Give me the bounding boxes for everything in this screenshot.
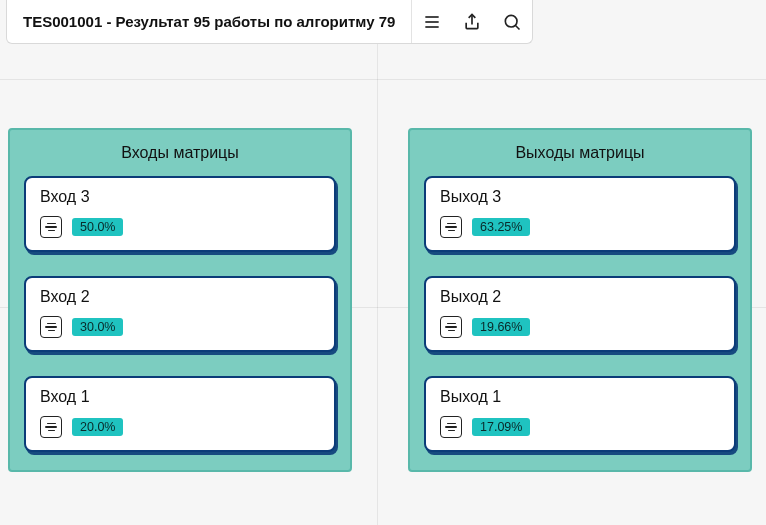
- share-icon: [462, 12, 482, 32]
- card-meta: 19.66%: [440, 316, 720, 338]
- card-meta: 20.0%: [40, 416, 320, 438]
- percentage-badge: 50.0%: [72, 218, 123, 237]
- card-title: Вход 1: [40, 388, 320, 406]
- menu-icon: [422, 12, 442, 32]
- top-toolbar: TES001001 - Результат 95 работы по алгор…: [6, 0, 533, 44]
- search-icon: [502, 12, 522, 32]
- search-button[interactable]: [492, 0, 532, 43]
- card-title: Выход 2: [440, 288, 720, 306]
- input-card[interactable]: Вход 1 20.0%: [24, 376, 336, 452]
- card-title: Вход 2: [40, 288, 320, 306]
- card-title: Выход 3: [440, 188, 720, 206]
- card-title: Вход 3: [40, 188, 320, 206]
- percentage-badge: 20.0%: [72, 418, 123, 437]
- output-card[interactable]: Выход 1 17.09%: [424, 376, 736, 452]
- card-title: Выход 1: [440, 388, 720, 406]
- percentage-badge: 30.0%: [72, 318, 123, 337]
- description-icon[interactable]: [40, 316, 62, 338]
- output-card[interactable]: Выход 2 19.66%: [424, 276, 736, 352]
- inputs-panel[interactable]: Входы матрицы Вход 3 50.0% Вход 2 30.0% …: [8, 128, 352, 472]
- percentage-badge: 63.25%: [472, 218, 530, 237]
- input-card[interactable]: Вход 2 30.0%: [24, 276, 336, 352]
- card-meta: 50.0%: [40, 216, 320, 238]
- percentage-badge: 17.09%: [472, 418, 530, 437]
- input-card[interactable]: Вход 3 50.0%: [24, 176, 336, 252]
- panel-title: Выходы матрицы: [424, 130, 736, 176]
- svg-line-4: [516, 25, 520, 29]
- output-card[interactable]: Выход 3 63.25%: [424, 176, 736, 252]
- description-icon[interactable]: [40, 416, 62, 438]
- panel-title: Входы матрицы: [24, 130, 336, 176]
- card-meta: 17.09%: [440, 416, 720, 438]
- percentage-badge: 19.66%: [472, 318, 530, 337]
- page-title: TES001001 - Результат 95 работы по алгор…: [7, 0, 411, 43]
- canvas: Входы матрицы Вход 3 50.0% Вход 2 30.0% …: [0, 0, 766, 525]
- menu-button[interactable]: [412, 0, 452, 43]
- svg-point-3: [506, 15, 518, 27]
- card-meta: 63.25%: [440, 216, 720, 238]
- description-icon[interactable]: [40, 216, 62, 238]
- share-button[interactable]: [452, 0, 492, 43]
- description-icon[interactable]: [440, 316, 462, 338]
- description-icon[interactable]: [440, 216, 462, 238]
- outputs-panel[interactable]: Выходы матрицы Выход 3 63.25% Выход 2 19…: [408, 128, 752, 472]
- card-meta: 30.0%: [40, 316, 320, 338]
- description-icon[interactable]: [440, 416, 462, 438]
